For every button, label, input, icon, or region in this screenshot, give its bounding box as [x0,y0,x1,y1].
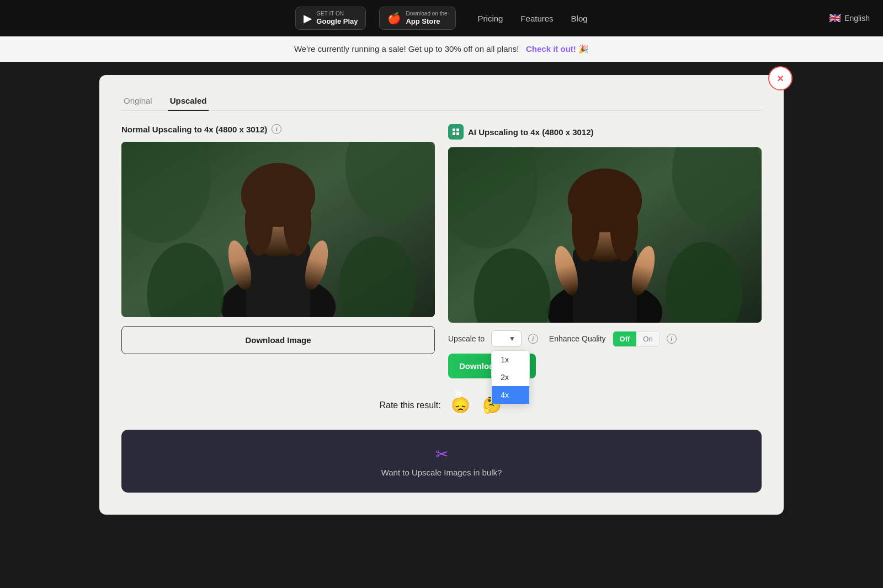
google-play-sublabel: GET IT ON [316,10,358,17]
nav-links: Pricing Features Blog [478,14,588,23]
upscale-info-icon[interactable]: i [528,334,538,344]
bulk-section: ✂ Want to Upscale Images in bulk? [121,430,762,493]
ai-upscale-icon [448,124,464,140]
upscale-dropdown-container: 4x ▼ 1x 2x 4x [491,330,522,347]
bulk-text: Want to Upscale Images in bulk? [135,468,748,477]
svg-point-5 [245,185,273,256]
upscale-value: 4x [497,334,506,343]
upscale-select[interactable]: 4x ▼ [491,330,522,347]
left-image [121,142,435,317]
main-content: × Original Upscaled Normal Upscaling to … [99,75,784,515]
google-play-icon: ▶ [304,12,312,25]
left-panel: Normal Upscaling to 4x (4800 x 3012) i [121,124,435,378]
left-download-button[interactable]: Download Image [121,326,435,354]
top-nav: ▶ GET IT ON Google Play 🍎 Download on th… [0,0,883,36]
pricing-link[interactable]: Pricing [478,14,503,23]
dropdown-option-4x[interactable]: 4x [492,386,529,404]
svg-rect-13 [453,129,455,131]
svg-rect-14 [456,129,459,131]
tab-original[interactable]: Original [121,92,155,111]
controls-row: Upscale to 4x ▼ 1x 2x 4x i [448,330,762,347]
features-link[interactable]: Features [520,14,553,23]
bulk-icon: ✂ [135,445,748,463]
google-play-label: Google Play [316,17,358,26]
right-panel-title: AI Upscaling to 4x (4800 x 3012) [448,124,762,140]
upscale-label: Upscale to [448,334,485,343]
toggle-on[interactable]: On [636,332,659,346]
sale-link[interactable]: Check it out! 🎉 [526,44,589,54]
apple-icon: 🍎 [387,12,401,25]
dropdown-option-1x[interactable]: 1x [492,351,529,368]
language-selector[interactable]: 🇬🇧 English [829,12,870,24]
google-play-btn[interactable]: ▶ GET IT ON Google Play [295,7,366,30]
enhance-toggle: Off On [613,331,660,347]
svg-point-22 [572,191,600,261]
app-store-btn[interactable]: 🍎 Download on the App Store [379,7,455,30]
svg-rect-15 [453,132,455,135]
dropdown-option-2x[interactable]: 2x [492,368,529,386]
flag-icon: 🇬🇧 [829,12,841,24]
left-info-icon[interactable]: i [272,124,281,134]
right-controls-area: Upscale to 4x ▼ 1x 2x 4x i [448,330,762,378]
sale-banner: We're currently running a sale! Get up t… [0,36,883,62]
left-panel-title: Normal Upscaling to 4x (4800 x 3012) i [121,124,435,134]
dropdown-arrow-icon: ▼ [509,335,515,343]
app-store-label: App Store [406,17,447,26]
upscale-dropdown-menu: 1x 2x 4x [491,350,530,404]
tabs: Original Upscaled [121,92,762,111]
enhance-info-icon[interactable]: i [667,334,677,344]
svg-point-6 [283,185,311,256]
close-button[interactable]: × [768,66,792,90]
app-store-sublabel: Download on the [406,10,447,17]
svg-rect-16 [456,132,459,135]
comparison-grid: Normal Upscaling to 4x (4800 x 3012) i [121,124,762,378]
right-panel: AI Upscaling to 4x (4800 x 3012) [448,124,762,378]
blog-link[interactable]: Blog [571,14,588,23]
rate-label: Rate this result: [379,400,440,410]
rate-section: Rate this result: 😞 🤔 [121,394,762,416]
sale-text: We're currently running a sale! Get up t… [294,44,519,54]
svg-point-23 [610,191,638,261]
right-image [448,147,762,323]
sad-emoji-btn[interactable]: 😞 [449,394,472,416]
lang-label: English [844,14,870,23]
tab-upscaled[interactable]: Upscaled [168,92,209,111]
toggle-off[interactable]: Off [613,332,637,346]
enhance-label: Enhance Quality [549,334,606,343]
